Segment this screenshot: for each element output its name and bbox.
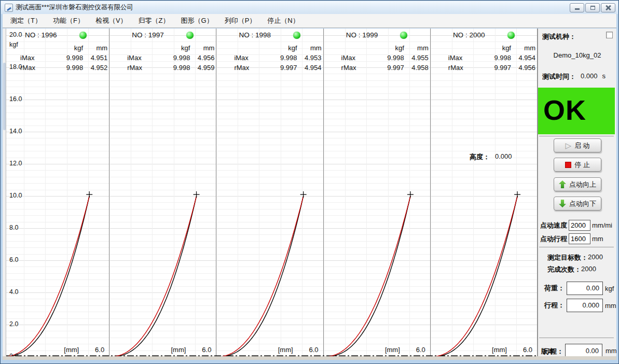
rmax-mm-value: 4.954 [291, 64, 322, 72]
rmax-row-label: rMax [234, 64, 249, 72]
load-readout: 0.00 [567, 282, 603, 295]
control-sidebar: 测试机种： Demo_10kg_02 测试时间： 0.000 s OK ▷ 启 … [538, 29, 616, 356]
stop-button[interactable]: 停 止 [554, 158, 601, 172]
maximize-button[interactable] [585, 3, 600, 12]
mm-column-header: mm [504, 44, 535, 52]
x-axis-unit-label: [mm] [492, 346, 507, 354]
rmax-mm-value: 4.958 [397, 64, 429, 72]
y-axis-tick-label: 0.0 [9, 353, 30, 356]
imax-row-label: iMax [448, 54, 462, 62]
x-axis-unit-label: [mm] [64, 346, 79, 354]
vertical-gridlines [216, 29, 323, 356]
imax-row-label: iMax [341, 54, 355, 62]
window-title: 测试画面***深圳市磐石测控仪器有限公司 [16, 3, 570, 12]
jog-stroke-input[interactable] [569, 233, 590, 244]
status-led-icon [507, 32, 515, 39]
arrow-up-icon [559, 180, 566, 188]
scrollbar-thumb[interactable] [3, 63, 6, 130]
imax-mm-value: 4.954 [504, 54, 535, 62]
y-axis-tick-label: 14.0 [9, 128, 30, 135]
stroke-unit: mm [605, 302, 616, 310]
jog-up-button[interactable]: 点动向上 [554, 177, 601, 191]
test-time-value: 0.000 [581, 72, 598, 81]
bottom-readout-unit: mm [606, 347, 616, 355]
jog-stroke-label: 点动行程 [540, 234, 567, 244]
chart-panel: NO : 1997 kgf mm iMax 9.998 4.956 rMax 9… [109, 29, 216, 356]
y-axis-tick-label: 12.0 [9, 160, 30, 167]
bottom-readout: 0.00 [565, 344, 602, 356]
done-count-row: 完成次数： 2000 [547, 265, 596, 274]
jog-down-button[interactable]: 点动向下 [554, 197, 601, 211]
rmax-mm-value: 4.952 [76, 64, 107, 72]
load-unit: kgf [605, 285, 614, 292]
arrow-down-icon [559, 200, 566, 207]
maximize-icon [590, 6, 595, 10]
chart-panel: NO : 1999 kgf mm iMax 9.998 4.955 rMax 9… [324, 29, 431, 356]
jog-speed-input[interactable] [569, 220, 590, 231]
menu-zero[interactable]: 归零（Z） [133, 14, 175, 27]
stroke-label: 行程： [544, 301, 565, 310]
y-axis-tick-label: 6.0 [9, 256, 30, 263]
divider [539, 338, 614, 338]
stroke-readout-row: 行程： 0.000 mm [544, 299, 616, 312]
sample-number-label: NO : 1997 [132, 31, 164, 39]
jog-stroke-unit: mm [592, 235, 603, 243]
divider [539, 247, 614, 247]
mm-column-header: mm [397, 44, 429, 52]
x-axis-unit-label: [mm] [278, 346, 293, 354]
menu-print[interactable]: 列印（P） [219, 14, 262, 27]
load-label: 荷重： [544, 284, 565, 293]
chart-area: NO : 1996 kgf mm iMax 9.998 4.951 rMax 9… [3, 29, 538, 356]
menu-graph[interactable]: 图形（G） [175, 14, 219, 27]
y-axis-tick-label: 4.0 [9, 288, 30, 296]
close-button[interactable] [601, 3, 615, 12]
mm-column-header: mm [76, 44, 107, 52]
imax-mm-value: 4.953 [291, 54, 322, 62]
x-axis-unit-label: [mm] [385, 346, 400, 354]
stop-button-label: 停 止 [574, 160, 590, 170]
jog-speed-unit: mm/mi [592, 221, 612, 229]
machine-checkbox[interactable] [606, 32, 613, 38]
y-axis-tick-label: 10.0 [9, 192, 30, 199]
vertical-gridlines [109, 29, 216, 356]
play-icon: ▷ [565, 142, 571, 149]
status-led-icon [79, 32, 87, 39]
machine-type-label: 测试机种： [542, 32, 576, 41]
sample-number-label: NO : 1998 [239, 31, 271, 39]
jog-speed-row: 点动速度 mm/mi [540, 220, 612, 231]
test-time-label: 测试时间： [542, 72, 576, 81]
minimize-button[interactable] [570, 3, 584, 12]
imax-row-label: iMax [234, 54, 248, 62]
x-axis-max-label: 6.0 [202, 346, 211, 354]
app-window: 测试画面***深圳市磐石测控仪器有限公司 测定（T） 功能（F） 检视（V） 归… [0, 0, 619, 364]
rmax-mm-value: 4.956 [504, 64, 535, 72]
divider [539, 136, 614, 136]
menu-measure[interactable]: 测定（T） [5, 14, 47, 27]
machine-type-value: Demo_10kg_02 [538, 51, 616, 59]
height-label: 高度： [470, 152, 490, 162]
window-bottom-strip [3, 356, 616, 360]
rmax-row-label: rMax [341, 64, 356, 72]
x-axis-max-label: 6.0 [523, 346, 532, 354]
y-axis-tick-label: 20.0 [9, 31, 30, 38]
load-readout-row: 荷重： 0.00 kgf [544, 282, 614, 295]
imax-row-label: iMax [127, 54, 141, 62]
y-axis-tick-label: 16.0 [9, 95, 30, 103]
jog-up-label: 点动向上 [569, 180, 596, 189]
jog-down-label: 点动向下 [569, 199, 596, 208]
menu-stop[interactable]: 停止（N） [262, 14, 305, 27]
rmax-row-label: rMax [448, 64, 463, 72]
x-axis-unit-label: [mm] [171, 346, 186, 354]
test-time-row: 测试时间： 0.000 s [542, 72, 606, 81]
imax-mm-value: 4.956 [183, 54, 214, 62]
menu-view[interactable]: 检视（V） [90, 14, 133, 27]
start-button[interactable]: ▷ 启 动 [554, 138, 601, 152]
test-time-unit: s [602, 72, 606, 81]
menubar: 测定（T） 功能（F） 检视（V） 归零（Z） 图形（G） 列印（P） 停止（N… [3, 14, 616, 28]
chart-panel: NO : 2000 kgf mm iMax 9.998 4.954 rMax 9… [431, 29, 538, 356]
stroke-readout: 0.000 [567, 299, 603, 312]
jog-speed-label: 点动速度 [540, 221, 567, 230]
app-icon [5, 4, 13, 12]
x-axis-max-label: 6.0 [416, 346, 425, 354]
menu-function[interactable]: 功能（F） [47, 14, 90, 27]
